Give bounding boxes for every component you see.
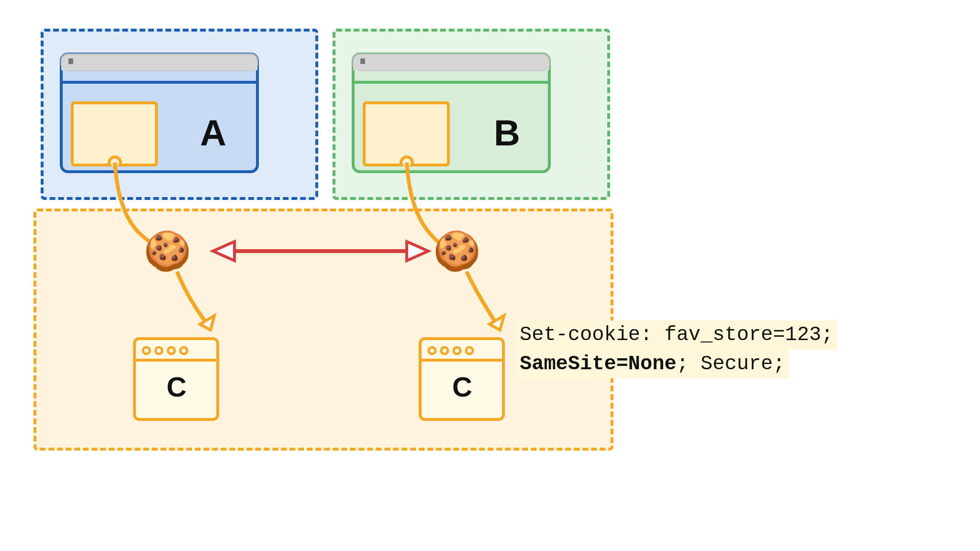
svg-marker-17 — [213, 242, 234, 261]
set-cookie-header-code: Set-cookie: fav_store=123; SameSite=None… — [516, 320, 837, 378]
svg-marker-18 — [407, 242, 428, 261]
cookie-right-icon: 🍪 — [433, 229, 481, 274]
cookie-left-icon: 🍪 — [144, 229, 191, 274]
connector-lines — [0, 0, 980, 551]
code-line-2: SameSite=None; Secure; — [516, 350, 789, 379]
target-c-left-label: C — [167, 371, 187, 403]
code-line-1: Set-cookie: fav_store=123; — [516, 320, 837, 350]
target-c-right-label: C — [452, 371, 472, 403]
